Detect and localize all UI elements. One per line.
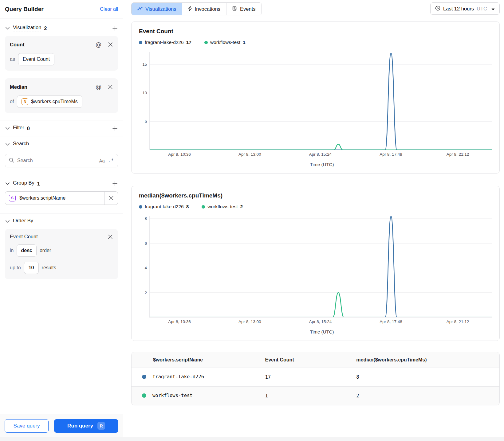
search-icon xyxy=(9,158,14,164)
chart-xlabel: Time (UTC) xyxy=(139,329,492,334)
group-by-section-label: Group By xyxy=(13,180,34,187)
event-log-icon xyxy=(232,6,237,12)
legend-item[interactable]: workflows-test2 xyxy=(202,204,243,209)
chevron-down-icon[interactable] xyxy=(5,142,10,146)
add-group-by-button[interactable] xyxy=(112,181,118,187)
line-chart-plot[interactable] xyxy=(149,216,492,318)
legend-dot xyxy=(139,41,142,44)
order-label: order xyxy=(40,248,51,253)
tab-label: Visualizations xyxy=(145,6,176,12)
regex-icon[interactable]: .* xyxy=(108,158,114,163)
clear-all-link[interactable]: Clear all xyxy=(100,6,118,12)
chart-xlabel: Time (UTC) xyxy=(139,162,492,167)
sidebar-header: Query Builder Clear all xyxy=(0,0,123,18)
search-section-label: Search xyxy=(13,141,29,148)
median-field-selector[interactable]: N $workers.cpuTimeMs xyxy=(17,96,82,108)
chart-title: median($workers.cpuTimeMs) xyxy=(139,192,492,199)
column-header-script-name: $workers.scriptName xyxy=(132,352,265,368)
legend-item[interactable]: fragrant-lake-d22617 xyxy=(139,40,191,45)
event-count-value: 17 xyxy=(265,368,356,386)
order-by-section-label: Order By xyxy=(13,218,33,225)
tab-label: Events xyxy=(240,6,255,12)
main-content: Visualizations Invocations Events Last 1… xyxy=(123,0,504,437)
match-case-icon[interactable]: Aa xyxy=(99,158,105,163)
column-header-event-count: Event Count xyxy=(265,352,356,368)
at-mention-icon[interactable]: @ xyxy=(95,83,102,91)
string-type-icon: S xyxy=(9,195,16,201)
chevron-down-icon[interactable] xyxy=(5,220,10,223)
run-query-button[interactable]: Run query R xyxy=(54,419,118,433)
results-table: $workers.scriptName Event Count median($… xyxy=(132,352,499,405)
order-by-card: Event Count in desc order up to 10 resul… xyxy=(5,229,118,279)
timezone-label: UTC xyxy=(477,6,487,12)
count-alias-field[interactable]: Event Count xyxy=(18,53,54,65)
median-value: 2 xyxy=(356,386,499,405)
legend-item[interactable]: workflows-test1 xyxy=(204,40,246,45)
save-query-button[interactable]: Save query xyxy=(5,419,49,433)
result-limit-input[interactable]: 10 xyxy=(24,262,39,274)
remove-group-by-icon[interactable] xyxy=(104,192,118,205)
up-to-label: up to xyxy=(10,265,21,271)
of-label: of xyxy=(10,99,14,104)
legend-item[interactable]: fragrant-lake-d2268 xyxy=(139,204,189,209)
legend-dot xyxy=(139,205,142,209)
tab-label: Invocations xyxy=(195,6,220,12)
close-icon[interactable] xyxy=(108,84,113,90)
search-box: Aa .* xyxy=(5,154,118,167)
median-field-value: $workers.cpuTimeMs xyxy=(31,99,77,104)
event-count-value: 1 xyxy=(265,386,356,405)
chevron-down-icon[interactable] xyxy=(5,182,10,185)
filter-count: 0 xyxy=(27,126,30,131)
tab-events[interactable]: Events xyxy=(226,3,261,15)
chart-legend: fragrant-lake-d2268workflows-test2 xyxy=(139,204,492,209)
results-table-card: $workers.scriptName Event Count median($… xyxy=(131,352,500,405)
sort-direction-selector[interactable]: desc xyxy=(17,244,36,257)
visualization-count: 2 xyxy=(44,25,47,31)
line-chart-icon xyxy=(137,6,143,12)
close-icon[interactable] xyxy=(108,234,113,240)
series-dot xyxy=(142,393,146,398)
tab-invocations[interactable]: Invocations xyxy=(182,3,226,15)
results-label: results xyxy=(42,265,56,271)
median-visualization-card: Median @ of N $workers.cpuTimeMs xyxy=(5,78,118,113)
chevron-down-icon[interactable] xyxy=(5,127,10,130)
line-chart-plot[interactable] xyxy=(149,52,492,150)
legend-dot xyxy=(204,41,208,44)
add-filter-button[interactable] xyxy=(112,125,118,131)
as-label: as xyxy=(10,57,15,62)
series-dot xyxy=(142,375,146,379)
count-card-title: Count xyxy=(10,42,89,48)
chart-title: Event Count xyxy=(139,28,492,35)
run-query-shortcut-badge: R xyxy=(97,422,105,430)
visualization-section-label: Visualization xyxy=(13,25,41,32)
y-axis: 51015 xyxy=(139,52,149,159)
count-visualization-card: Count @ as Event Count xyxy=(5,36,118,71)
table-row[interactable]: fragrant-lake-d226178 xyxy=(132,368,499,386)
run-query-label: Run query xyxy=(67,423,93,429)
median-value: 8 xyxy=(356,368,499,386)
search-input[interactable] xyxy=(17,158,96,163)
legend-dot xyxy=(202,205,205,209)
add-visualization-button[interactable] xyxy=(112,25,118,31)
y-axis: 2468 xyxy=(139,216,149,326)
tab-visualizations[interactable]: Visualizations xyxy=(132,3,182,15)
x-axis: Apr 8, 10:36Apr 8, 13:00Apr 8, 15:24Apr … xyxy=(149,152,492,159)
in-label: in xyxy=(10,248,14,253)
query-builder-panel: Query Builder Clear all Visualization 2 … xyxy=(0,0,123,437)
group-by-field-value: $workers.scriptName xyxy=(19,195,65,201)
table-header-row: $workers.scriptName Event Count median($… xyxy=(132,352,499,368)
caret-down-icon xyxy=(491,6,495,12)
close-icon[interactable] xyxy=(108,42,113,47)
chevron-down-icon[interactable] xyxy=(5,26,10,30)
x-axis: Apr 8, 10:36Apr 8, 13:00Apr 8, 15:24Apr … xyxy=(149,319,492,326)
at-mention-icon[interactable]: @ xyxy=(95,41,102,49)
event-count-chart-card: Event Count fragrant-lake-d22617workflow… xyxy=(131,21,500,174)
table-row[interactable]: workflows-test12 xyxy=(132,386,499,405)
median-card-title: Median xyxy=(10,84,89,90)
time-range-selector[interactable]: Last 12 hours UTC xyxy=(430,2,500,15)
column-header-median: median($workers.cpuTimeMs) xyxy=(356,352,499,368)
view-tabs: Visualizations Invocations Events xyxy=(131,2,262,15)
script-name: workflows-test xyxy=(152,393,193,398)
app-window: Query Builder Clear all Visualization 2 … xyxy=(0,0,504,437)
group-by-item[interactable]: S $workers.scriptName xyxy=(5,191,118,205)
